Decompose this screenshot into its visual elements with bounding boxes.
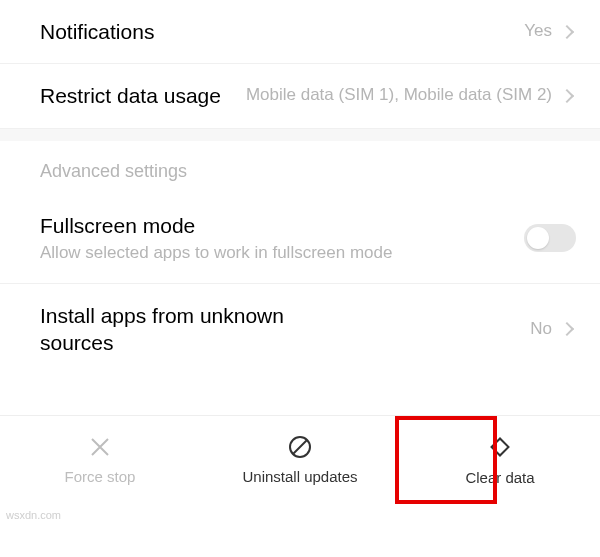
action-label: Clear data xyxy=(465,469,534,486)
label-col: Restrict data usage xyxy=(40,82,246,109)
row-unknown-sources[interactable]: Install apps from unknown sources No xyxy=(0,284,600,375)
chevron-right-icon xyxy=(560,25,574,39)
row-notifications[interactable]: Notifications Yes xyxy=(0,0,600,64)
settings-list: Notifications Yes Restrict data usage Mo… xyxy=(0,0,600,374)
uninstall-updates-button[interactable]: Uninstall updates xyxy=(200,416,400,503)
row-title: Fullscreen mode xyxy=(40,212,524,239)
row-value: Mobile data (SIM 1), Mobile data (SIM 2) xyxy=(246,84,552,107)
close-icon xyxy=(87,434,113,463)
row-subtitle: Allow selected apps to work in fullscree… xyxy=(40,242,524,265)
row-title: Install apps from unknown sources xyxy=(40,302,300,357)
row-value: No xyxy=(530,318,552,341)
force-stop-button[interactable]: Force stop xyxy=(0,416,200,503)
toggle-switch[interactable] xyxy=(524,224,576,252)
label-col: Install apps from unknown sources xyxy=(40,302,530,357)
chevron-right-icon xyxy=(560,322,574,336)
row-restrict-data[interactable]: Restrict data usage Mobile data (SIM 1),… xyxy=(0,64,600,128)
toggle-knob xyxy=(527,227,549,249)
row-title: Notifications xyxy=(40,18,524,45)
label-col: Fullscreen mode Allow selected apps to w… xyxy=(40,212,524,265)
watermark: wsxdn.com xyxy=(6,509,61,521)
bottom-action-bar: Force stop Uninstall updates Clear data xyxy=(0,415,600,503)
action-label: Uninstall updates xyxy=(242,468,357,485)
clear-data-button[interactable]: Clear data xyxy=(400,416,600,503)
section-divider xyxy=(0,129,600,141)
section-header-advanced: Advanced settings xyxy=(0,141,600,194)
chevron-right-icon xyxy=(560,89,574,103)
row-title: Restrict data usage xyxy=(40,82,246,109)
eraser-icon xyxy=(486,433,514,464)
row-fullscreen-mode[interactable]: Fullscreen mode Allow selected apps to w… xyxy=(0,194,600,284)
row-value: Yes xyxy=(524,20,552,43)
svg-rect-1 xyxy=(492,439,509,456)
prohibit-icon xyxy=(287,434,313,463)
action-label: Force stop xyxy=(65,468,136,485)
label-col: Notifications xyxy=(40,18,524,45)
